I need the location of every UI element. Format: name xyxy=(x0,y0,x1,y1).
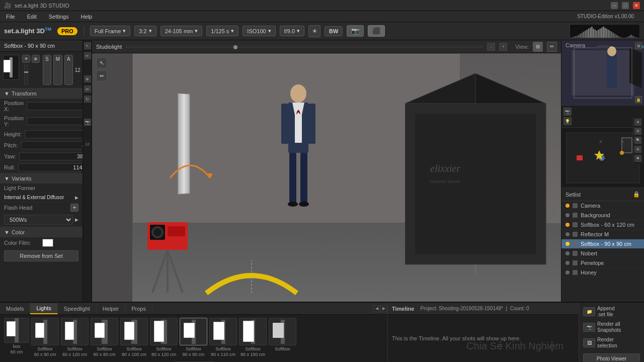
light-item-7[interactable]: Softbox90 x 110 cm xyxy=(209,318,237,357)
shutter-dropdown[interactable]: 1/125 s ▾ xyxy=(206,26,238,36)
setlist-nobert[interactable]: Nobert xyxy=(561,249,644,258)
light-icon-5[interactable] xyxy=(150,318,178,345)
minus-btn[interactable]: - xyxy=(487,43,495,51)
aspect-dropdown[interactable]: 3:2 ▾ xyxy=(134,26,156,36)
setlist-reflector[interactable]: Reflector M xyxy=(561,230,644,239)
brightness-slider[interactable] xyxy=(24,65,28,85)
pos-y-input[interactable] xyxy=(27,117,83,125)
yaw-input[interactable] xyxy=(19,152,83,160)
fullframe-dropdown[interactable]: Full Frame ▾ xyxy=(90,26,131,36)
light-item-4[interactable]: Softbox80 x 100 cm xyxy=(120,318,148,357)
sun-small-icon[interactable]: ☀ xyxy=(22,55,30,63)
tab-lights[interactable]: Lights xyxy=(30,303,57,314)
maximize-button[interactable]: □ xyxy=(622,2,629,9)
color-section-header[interactable]: ▼ Color xyxy=(0,227,83,237)
camera-icon[interactable]: 📷 xyxy=(84,119,91,126)
light-item-9[interactable]: Softbox xyxy=(269,318,296,357)
menu-edit[interactable]: Edit xyxy=(25,13,39,21)
aperture-dropdown[interactable]: f/9.0 ▾ xyxy=(280,26,304,36)
light-item-3[interactable]: Softbox80 x 80 cm xyxy=(91,318,118,357)
grid-view-btn[interactable]: ⊞ xyxy=(533,42,543,52)
menu-help[interactable]: Help xyxy=(78,13,94,21)
right-tool3[interactable]: 🔍 xyxy=(634,137,641,144)
light-preview-icon[interactable] xyxy=(3,55,19,80)
studio-slider[interactable] xyxy=(126,46,483,48)
edit-view-btn[interactable]: ✏ xyxy=(547,42,557,52)
light-item-1[interactable]: Softbox60 x 90 cm xyxy=(31,318,59,357)
tab-helper[interactable]: Helper xyxy=(97,304,125,314)
light-icon-1[interactable] xyxy=(31,318,59,345)
light-item-6[interactable]: Softbox90 x 90 cm xyxy=(180,318,207,357)
menu-settings[interactable]: Settings xyxy=(47,13,71,21)
scroll-left-arrow[interactable]: ◀ xyxy=(373,305,380,312)
variants-section-header[interactable]: ▼ Variants xyxy=(0,173,83,184)
color-swatch[interactable] xyxy=(42,239,53,247)
setlist-softbox-60-120[interactable]: Softbox - 60 x 120 cm xyxy=(561,220,644,230)
light-former-value-row[interactable]: Internal & External Diffusor ▶ xyxy=(0,193,83,202)
light-item-0[interactable]: box60 cm xyxy=(4,318,29,357)
camera-tool-icon[interactable]: 📷 xyxy=(564,108,572,116)
light-item-5[interactable]: Softbox80 x 120 cm xyxy=(150,318,178,357)
setlist-honey[interactable]: Honey xyxy=(561,268,644,278)
plus-btn[interactable]: + xyxy=(499,43,507,51)
light-icon-9[interactable] xyxy=(269,318,296,345)
minimize-button[interactable]: ─ xyxy=(611,2,618,9)
transform-section-header[interactable]: ▼ Transform xyxy=(0,88,83,99)
scroll-right-arrow[interactable]: ▶ xyxy=(380,305,387,312)
pencil-icon[interactable]: ✏ xyxy=(84,52,91,59)
right-tool4[interactable]: ⊞ xyxy=(634,146,641,153)
right-tool5[interactable]: ✱ xyxy=(634,155,641,162)
setlist-lock-icon[interactable]: 🔒 xyxy=(633,191,640,198)
light-item-2[interactable]: Softbox60 x 120 cm xyxy=(61,318,89,357)
watts-row[interactable]: 500Ws ▶ xyxy=(0,213,83,227)
large-softbox[interactable] xyxy=(405,73,551,275)
light-icon-6[interactable] xyxy=(180,318,207,345)
pencil-nav-btn[interactable]: ✏ xyxy=(96,70,107,81)
flash-head-add-btn[interactable]: + xyxy=(70,204,78,212)
render-selection-action[interactable]: 🖼 Renderselection xyxy=(581,336,642,350)
m-btn[interactable]: M xyxy=(53,55,62,85)
append-action[interactable]: 📁 Append.set file xyxy=(581,305,642,319)
camera-lock-btn[interactable]: 🔒 xyxy=(635,96,642,103)
tab-props[interactable]: Props xyxy=(125,304,152,314)
pitch-input[interactable] xyxy=(21,141,83,149)
tab-models[interactable]: Models xyxy=(0,304,30,314)
setlist-camera[interactable]: Camera xyxy=(561,201,644,211)
light-icon-2[interactable] xyxy=(61,318,89,345)
bw-button[interactable]: BW xyxy=(325,26,343,36)
light-icon-4[interactable] xyxy=(120,318,148,345)
snapshot-button[interactable]: 📷 xyxy=(347,25,364,37)
move-icon[interactable]: ⊕ xyxy=(84,75,91,82)
watts-select[interactable]: 500Ws xyxy=(4,215,73,225)
remove-btn[interactable]: Remove from Set xyxy=(4,250,78,261)
light-icon-7[interactable] xyxy=(209,318,237,345)
move-icon[interactable]: ⊕ xyxy=(32,55,40,63)
resize-icon[interactable]: ⇔ xyxy=(84,85,91,93)
setlist-penelope[interactable]: Penelope xyxy=(561,258,644,268)
light-item-8[interactable]: Softbox90 x 150 cm xyxy=(239,318,267,357)
roll-input[interactable] xyxy=(18,163,83,171)
right-tool2[interactable]: ⊞ xyxy=(634,128,641,135)
a-btn[interactable]: A xyxy=(64,55,73,85)
rotate-icon[interactable]: ↻ xyxy=(84,96,91,103)
pos-x-input[interactable] xyxy=(27,102,83,110)
cursor-nav-btn[interactable]: ↖ xyxy=(96,57,107,68)
light-icon-3[interactable] xyxy=(91,318,118,345)
s-btn[interactable]: S xyxy=(43,55,51,85)
light-icon-8[interactable] xyxy=(239,318,267,345)
setlist-background[interactable]: Background xyxy=(561,211,644,220)
cursor-icon[interactable]: ↖ xyxy=(84,42,91,49)
right-tool1[interactable]: ⊕ xyxy=(634,119,641,126)
camera-preview-btn[interactable]: ⊞ xyxy=(635,42,642,49)
sun-icon-btn[interactable]: ☀ xyxy=(308,25,320,37)
light-icon-0[interactable] xyxy=(4,318,29,343)
menu-file[interactable]: File xyxy=(4,13,17,21)
render-button[interactable]: ⬛ xyxy=(368,25,385,37)
height-input[interactable] xyxy=(25,130,83,138)
iso-dropdown[interactable]: ISO100 ▾ xyxy=(243,26,275,36)
photo-viewer-button[interactable]: Photo Viewer xyxy=(583,353,640,362)
close-button[interactable]: ✕ xyxy=(633,2,640,9)
render-all-action[interactable]: 📷 Render allSnapshots xyxy=(581,320,642,334)
setlist-softbox-90-90[interactable]: Softbox - 90 x 90 cm xyxy=(561,239,644,249)
tab-speedlight[interactable]: Speedlight xyxy=(58,304,97,314)
